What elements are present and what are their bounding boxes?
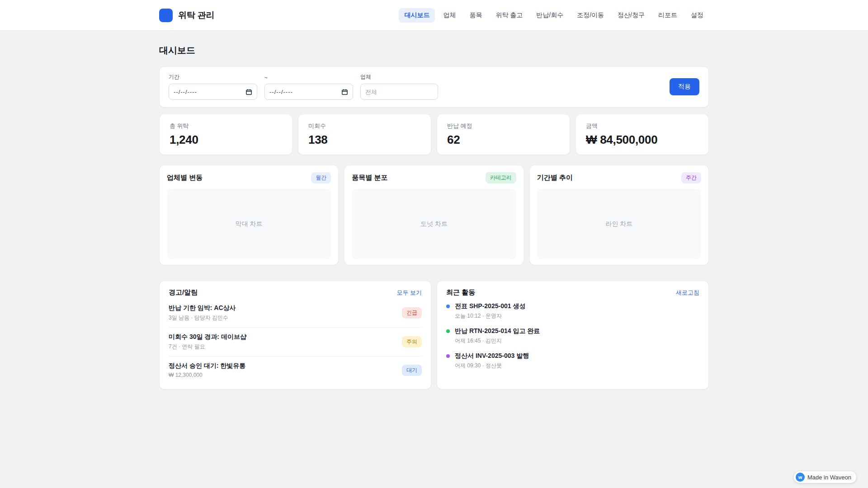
chart-title: 업체별 변동	[167, 174, 203, 182]
stat-card-amount: 금액 ₩ 84,500,000	[576, 114, 709, 155]
refresh-link[interactable]: 새로고침	[676, 289, 699, 297]
stat-label: 금액	[586, 122, 698, 130]
stat-label: 총 위탁	[170, 122, 282, 130]
alert-row[interactable]: 정산서 승인 대기: 한빛유통 ₩ 12,300,000 대기	[169, 356, 422, 384]
stat-card-total-consignment: 총 위탁 1,240	[159, 114, 292, 155]
main-nav: 대시보드 업체 품목 위탁 출고 반납/회수 조정/이동 정산/청구 리포트 설…	[399, 8, 709, 23]
vendor-input[interactable]	[360, 84, 438, 100]
period-start-field: 기간 --/--/----	[169, 73, 257, 100]
chart-badge: 카테고리	[486, 172, 516, 183]
alert-subtitle: 7건 · 연락 필요	[169, 343, 246, 351]
alert-title: 정산서 승인 대기: 한빛유통	[169, 362, 245, 370]
charts-row: 업체별 변동 월간 막대 차트 품목별 분포 카테고리 도넛 차트 기간별 추이…	[159, 165, 709, 265]
end-date-input[interactable]: --/--/----	[264, 84, 353, 100]
bottom-row: 경고/알림 모두 보기 반납 기한 임박: AC상사 3일 남음 · 담당자 김…	[159, 281, 709, 389]
brand: 위탁 관리	[159, 9, 214, 22]
start-date-value: --/--/----	[174, 89, 197, 95]
nav-item-adjustments[interactable]: 조정/이동	[571, 8, 609, 23]
activity-item-meta: 어제 16:45 · 김민지	[455, 337, 540, 345]
alert-subtitle: ₩ 12,300,000	[169, 372, 245, 378]
chart-title: 품목별 분포	[352, 174, 387, 182]
made-in-waveon-badge[interactable]: w Made in Waveon	[794, 471, 856, 483]
activity-row: 반납 RTN-2025-014 입고 완료 어제 16:45 · 김민지	[446, 327, 699, 345]
top-navbar: 위탁 관리 대시보드 업체 품목 위탁 출고 반납/회수 조정/이동 정산/청구…	[0, 0, 868, 31]
alert-title: 반납 기한 임박: AC상사	[169, 304, 236, 312]
warning-badge: 주의	[402, 336, 422, 347]
alerts-title: 경고/알림	[169, 288, 198, 297]
stat-value: 138	[308, 133, 421, 147]
activity-title: 최근 활동	[446, 288, 475, 297]
chart-card-vendor-variation: 업체별 변동 월간 막대 차트	[159, 165, 339, 265]
urgent-badge: 긴급	[402, 307, 422, 319]
alert-row[interactable]: 미회수 30일 경과: 데이브샵 7건 · 연락 필요 주의	[169, 327, 422, 356]
range-separator: ~	[264, 75, 353, 81]
period-label: 기간	[169, 73, 257, 81]
chart-card-period-trend: 기간별 추이 주간 라인 차트	[529, 165, 709, 265]
vendor-label: 업체	[360, 73, 438, 81]
nav-item-settlement[interactable]: 정산/청구	[612, 8, 650, 23]
stat-label: 반납 예정	[447, 122, 560, 130]
chart-badge: 월간	[311, 172, 331, 183]
donut-chart-placeholder: 도넛 차트	[352, 188, 516, 259]
app-title: 위탁 관리	[178, 9, 214, 21]
stat-card-return-due: 반납 예정 62	[437, 114, 570, 155]
calendar-icon[interactable]	[245, 89, 252, 95]
activity-item-title: 반납 RTN-2025-014 입고 완료	[455, 327, 540, 335]
filter-bar: 기간 --/--/---- ~ --/--/-	[159, 66, 709, 108]
view-all-link[interactable]: 모두 보기	[396, 289, 422, 297]
end-date-value: --/--/----	[269, 89, 293, 95]
chart-card-item-distribution: 품목별 분포 카테고리 도넛 차트	[344, 165, 524, 265]
recent-activity-panel: 최근 활동 새로고침 전표 SHP-2025-001 생성 오늘 10:12 ·…	[437, 281, 709, 389]
chart-title: 기간별 추이	[537, 174, 573, 182]
activity-row: 정산서 INV-2025-003 발행 어제 09:30 · 정산봇	[446, 352, 699, 370]
nav-item-settings[interactable]: 설정	[685, 8, 709, 23]
alerts-panel: 경고/알림 모두 보기 반납 기한 임박: AC상사 3일 남음 · 담당자 김…	[159, 281, 431, 389]
nav-item-items[interactable]: 품목	[464, 8, 487, 23]
stats-row: 총 위탁 1,240 미회수 138 반납 예정 62 금액 ₩ 84,500,…	[159, 114, 709, 155]
nav-item-dashboard[interactable]: 대시보드	[399, 8, 435, 23]
alert-subtitle: 3일 남음 · 담당자 김민수	[169, 314, 236, 322]
alert-title: 미회수 30일 경과: 데이브샵	[169, 333, 246, 341]
apply-button[interactable]: 적용	[670, 78, 699, 95]
stat-value: ₩ 84,500,000	[586, 133, 698, 147]
page-title: 대시보드	[159, 44, 709, 56]
nav-item-returns[interactable]: 반납/회수	[531, 8, 569, 23]
nav-item-vendors[interactable]: 업체	[438, 8, 461, 23]
waiting-badge: 대기	[402, 365, 422, 376]
activity-item-title: 전표 SHP-2025-001 생성	[455, 302, 525, 310]
activity-dot-icon	[446, 329, 450, 333]
alert-row[interactable]: 반납 기한 임박: AC상사 3일 남음 · 담당자 김민수 긴급	[169, 299, 422, 327]
vendor-field: 업체	[360, 73, 438, 100]
activity-dot-icon	[446, 305, 450, 308]
activity-item-title: 정산서 INV-2025-003 발행	[455, 352, 529, 360]
stat-label: 미회수	[308, 122, 421, 130]
line-chart-placeholder: 라인 차트	[537, 188, 701, 259]
activity-item-meta: 오늘 10:12 · 운영자	[455, 312, 525, 320]
chart-badge: 주간	[681, 172, 701, 183]
bar-chart-placeholder: 막대 차트	[167, 188, 331, 259]
waveon-logo-icon: w	[796, 473, 805, 482]
waveon-label: Made in Waveon	[807, 474, 851, 481]
calendar-icon[interactable]	[341, 89, 348, 95]
activity-dot-icon	[446, 354, 450, 358]
stat-value: 1,240	[170, 133, 282, 147]
period-end-field: ~ --/--/----	[264, 75, 353, 100]
nav-item-reports[interactable]: 리포트	[653, 8, 683, 23]
nav-item-consignment-shipping[interactable]: 위탁 출고	[490, 8, 528, 23]
activity-item-meta: 어제 09:30 · 정산봇	[455, 362, 529, 370]
stat-value: 62	[447, 133, 560, 147]
app-logo-icon	[159, 9, 173, 22]
start-date-input[interactable]: --/--/----	[169, 84, 257, 100]
activity-row: 전표 SHP-2025-001 생성 오늘 10:12 · 운영자	[446, 302, 699, 320]
stat-card-unreturned: 미회수 138	[298, 114, 431, 155]
